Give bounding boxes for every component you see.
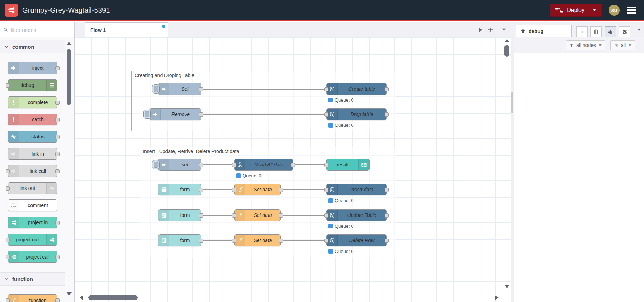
flow-node-set-data[interactable]: fSet data xyxy=(234,209,281,221)
flow-node-update-table[interactable]: Update Table xyxy=(326,209,387,221)
wire[interactable] xyxy=(202,89,325,90)
output-port[interactable] xyxy=(199,112,203,117)
scroll-up-arrow[interactable] xyxy=(66,41,72,46)
main-menu-button[interactable] xyxy=(627,7,636,14)
canvas-hscroll-thumb[interactable] xyxy=(88,295,138,300)
input-port[interactable] xyxy=(324,239,328,243)
output-port[interactable] xyxy=(55,298,60,302)
output-port[interactable] xyxy=(55,66,60,70)
output-port[interactable] xyxy=(55,101,60,105)
help-panel-button[interactable] xyxy=(590,26,602,37)
config-panel-button[interactable] xyxy=(619,26,630,37)
flow-group[interactable]: Creating and Droping Table xyxy=(131,71,396,131)
input-port[interactable] xyxy=(324,213,328,218)
output-port[interactable] xyxy=(55,152,60,156)
output-port[interactable] xyxy=(55,221,60,225)
deploy-button[interactable]: Deploy xyxy=(550,4,602,17)
output-port[interactable] xyxy=(199,239,203,243)
palette-category-function[interactable]: function xyxy=(0,272,65,286)
next-tab-button[interactable] xyxy=(477,27,484,33)
output-port[interactable] xyxy=(385,213,389,218)
output-port[interactable] xyxy=(279,188,283,192)
sidebar-menu-button[interactable] xyxy=(636,27,642,33)
input-port[interactable] xyxy=(6,298,10,302)
flow-node-set-data[interactable]: fSet data xyxy=(234,184,281,195)
canvas-scroll-down-arrow[interactable] xyxy=(504,284,510,289)
debug-panel-button[interactable] xyxy=(605,26,616,37)
output-port[interactable] xyxy=(199,87,203,91)
canvas-scroll-right-arrow[interactable] xyxy=(495,295,499,301)
wire[interactable] xyxy=(202,114,325,115)
flow-node-form[interactable]: form xyxy=(158,234,201,246)
tab-debug[interactable]: debug xyxy=(516,25,572,37)
wire[interactable] xyxy=(202,215,232,216)
input-port[interactable] xyxy=(6,238,10,242)
canvas-scroll-left-arrow[interactable] xyxy=(79,295,83,301)
flow-node-read-all-data[interactable]: Read All data xyxy=(234,159,293,171)
tab-flow-1[interactable]: Flow 1 xyxy=(85,22,168,37)
input-port[interactable] xyxy=(232,188,236,192)
user-avatar[interactable]: su xyxy=(609,5,620,16)
output-port[interactable] xyxy=(55,255,60,259)
palette-node-status[interactable]: status xyxy=(8,131,57,143)
sidebar-splitter[interactable] xyxy=(511,37,514,302)
flow-node-set-data[interactable]: fSet data xyxy=(234,234,281,246)
input-port[interactable] xyxy=(324,188,328,192)
canvas-scroll-up-arrow[interactable] xyxy=(504,39,510,43)
debug-clear-button[interactable]: all xyxy=(610,40,635,50)
input-port[interactable] xyxy=(232,239,236,243)
scroll-down-arrow[interactable] xyxy=(66,292,72,296)
debug-filter-button[interactable]: all nodes xyxy=(566,40,605,50)
output-port[interactable] xyxy=(279,239,283,243)
output-port[interactable] xyxy=(199,188,203,192)
palette-node-debug[interactable]: debug xyxy=(8,79,57,91)
input-port[interactable] xyxy=(6,186,10,191)
palette-node-project-in[interactable]: project in xyxy=(8,217,57,228)
scrollbar-thumb[interactable] xyxy=(67,49,71,105)
wire[interactable] xyxy=(202,189,232,190)
wire[interactable] xyxy=(282,215,325,216)
output-port[interactable] xyxy=(385,188,389,192)
info-panel-button[interactable]: i xyxy=(576,26,588,37)
flow-node-result[interactable]: result xyxy=(326,159,370,171)
output-port[interactable] xyxy=(55,135,60,139)
wire[interactable] xyxy=(282,189,325,190)
deploy-options-button[interactable] xyxy=(589,5,600,15)
wire[interactable] xyxy=(282,240,325,241)
wire[interactable] xyxy=(202,240,232,241)
output-port[interactable] xyxy=(55,118,60,122)
input-port[interactable] xyxy=(324,163,328,167)
canvas-vscroll-thumb[interactable] xyxy=(504,45,509,57)
output-port[interactable] xyxy=(199,213,203,218)
output-port[interactable] xyxy=(55,169,60,173)
flow-node-remove[interactable]: Remove xyxy=(149,108,201,120)
wire[interactable] xyxy=(202,164,232,165)
flow-node-form[interactable]: form xyxy=(158,209,201,221)
flow-node-set[interactable]: set xyxy=(158,159,201,171)
output-port[interactable] xyxy=(385,239,389,243)
input-port[interactable] xyxy=(324,112,328,117)
input-port[interactable] xyxy=(232,213,236,218)
output-port[interactable] xyxy=(199,163,203,167)
palette-node-link-in[interactable]: link in xyxy=(8,148,57,160)
palette-node-comment[interactable]: comment xyxy=(8,199,57,211)
flow-node-delete-row[interactable]: Delete Row xyxy=(326,234,387,246)
tab-list-button[interactable] xyxy=(501,27,507,33)
add-flow-button[interactable] xyxy=(487,27,494,33)
flow-node-create-table[interactable]: Create table xyxy=(326,83,387,95)
input-port[interactable] xyxy=(6,169,10,173)
input-port[interactable] xyxy=(324,87,328,91)
output-port[interactable] xyxy=(385,87,389,91)
flow-canvas[interactable]: Creating and Droping TableInsert , Updat… xyxy=(75,37,511,302)
palette-node-link-out[interactable]: link out xyxy=(8,182,57,194)
flow-node-form[interactable]: form xyxy=(158,184,201,195)
output-port[interactable] xyxy=(385,112,389,117)
input-port[interactable] xyxy=(6,255,10,259)
flow-node-set[interactable]: Set xyxy=(158,83,201,95)
palette-node-project-out[interactable]: project out xyxy=(8,234,57,246)
output-port[interactable] xyxy=(279,213,283,218)
palette-node-inject[interactable]: inject xyxy=(8,62,57,74)
palette-search[interactable]: filter nodes xyxy=(0,22,75,37)
palette-node-project-call[interactable]: project call xyxy=(8,251,57,263)
wire[interactable] xyxy=(294,164,325,165)
